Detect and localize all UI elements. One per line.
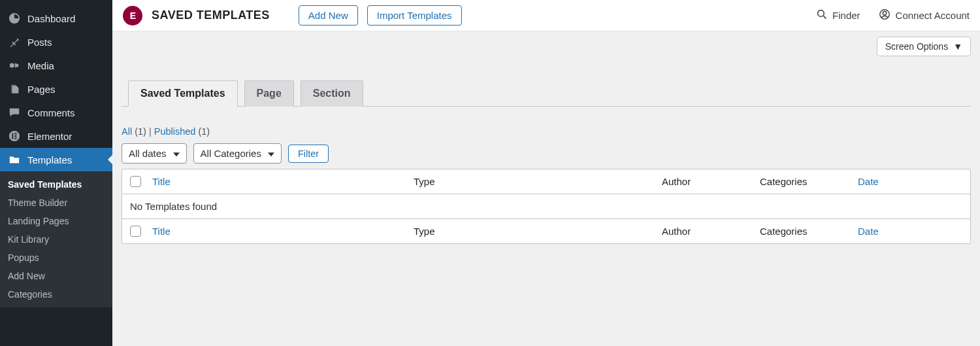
svg-point-0 <box>10 63 14 67</box>
sidebar-sub-popups[interactable]: Popups <box>0 249 112 267</box>
dates-select[interactable]: All dates <box>122 143 187 164</box>
svg-rect-2 <box>12 133 13 139</box>
tab-page[interactable]: Page <box>244 80 294 107</box>
connect-account-button[interactable]: Connect Account <box>879 9 970 22</box>
user-icon <box>879 9 890 22</box>
svg-line-7 <box>823 16 826 18</box>
col-type-header: Type <box>414 176 662 187</box>
sidebar-item-label: Pages <box>27 84 56 95</box>
sidebar-item-label: Templates <box>27 154 72 165</box>
tabs-wrap: Saved Templates Page Section <box>122 80 971 107</box>
table-footer-row: Title Type Author Categories Date <box>122 219 970 243</box>
tab-saved-templates[interactable]: Saved Templates <box>128 80 238 107</box>
dashboard-icon <box>8 12 21 24</box>
sidebar-item-label: Elementor <box>27 131 72 142</box>
sidebar-sub-landing-pages[interactable]: Landing Pages <box>0 212 112 230</box>
filter-all-link[interactable]: All <box>122 126 132 137</box>
sidebar-sub-saved-templates[interactable]: Saved Templates <box>0 175 112 194</box>
sidebar-item-comments[interactable]: Comments <box>0 101 112 124</box>
col-date-header[interactable]: Date <box>858 176 962 187</box>
sidebar-item-elementor[interactable]: Elementor <box>0 124 112 148</box>
svg-point-6 <box>818 10 825 17</box>
comment-icon <box>8 107 21 118</box>
status-filter-links: All (1) | Published (1) <box>122 126 971 137</box>
sidebar-sub-kit-library[interactable]: Kit Library <box>0 230 112 249</box>
filter-separator: | <box>149 126 154 137</box>
table-empty-message: No Templates found <box>130 201 217 212</box>
col-categories-header: Categories <box>760 176 858 187</box>
elementor-brand-icon: E <box>123 6 142 26</box>
tab-section[interactable]: Section <box>301 80 363 107</box>
finder-label: Finder <box>832 10 860 21</box>
top-bar-right: Finder Connect Account <box>817 9 970 22</box>
connect-account-label: Connect Account <box>896 10 970 21</box>
chevron-down-icon: ▼ <box>953 41 962 52</box>
add-new-button[interactable]: Add New <box>299 5 358 26</box>
svg-rect-3 <box>14 133 17 135</box>
col-date-footer[interactable]: Date <box>858 226 962 237</box>
filter-published-count: (1) <box>198 126 210 137</box>
filter-all-count: (1) <box>135 126 146 137</box>
col-author-footer: Author <box>662 226 760 237</box>
top-bar: E SAVED TEMPLATES Add New Import Templat… <box>112 0 980 31</box>
select-all-cell-top <box>130 176 152 187</box>
templates-table: Title Type Author Categories Date No Tem… <box>122 169 971 244</box>
elementor-icon <box>8 130 21 142</box>
svg-rect-5 <box>14 138 17 139</box>
filter-button[interactable]: Filter <box>288 145 329 163</box>
col-title-footer[interactable]: Title <box>152 226 414 237</box>
svg-point-9 <box>883 12 886 15</box>
pin-icon <box>8 36 21 48</box>
admin-sidebar: Dashboard Posts Media Pages Comments Ele… <box>0 0 112 346</box>
screen-options-button[interactable]: Screen Options ▼ <box>877 37 971 56</box>
col-type-footer: Type <box>414 226 662 237</box>
svg-rect-4 <box>14 135 17 137</box>
sidebar-item-label: Dashboard <box>27 13 75 24</box>
filter-row: All dates All Categories Filter <box>122 143 971 164</box>
sidebar-sub-theme-builder[interactable]: Theme Builder <box>0 194 112 212</box>
table-header-row: Title Type Author Categories Date <box>122 169 970 194</box>
screen-options-label: Screen Options <box>885 41 949 52</box>
col-title-header[interactable]: Title <box>152 176 414 187</box>
filter-published-link[interactable]: Published <box>154 126 196 137</box>
table-empty-row: No Templates found <box>122 194 970 219</box>
search-icon <box>817 9 827 22</box>
select-all-checkbox-bottom[interactable] <box>130 226 141 237</box>
sidebar-submenu-templates: Saved Templates Theme Builder Landing Pa… <box>0 171 112 307</box>
screen-options-row: Screen Options ▼ <box>112 31 980 56</box>
tabs: Saved Templates Page Section <box>122 80 971 107</box>
page-title: SAVED TEMPLATES <box>152 9 270 22</box>
sidebar-item-posts[interactable]: Posts <box>0 30 112 54</box>
col-author-header: Author <box>662 176 760 187</box>
folder-icon <box>8 154 21 165</box>
media-icon <box>8 60 21 71</box>
sidebar-item-label: Comments <box>27 107 75 118</box>
sidebar-item-templates[interactable]: Templates <box>0 148 112 171</box>
finder-button[interactable]: Finder <box>817 9 860 22</box>
select-all-checkbox-top[interactable] <box>130 176 141 187</box>
sidebar-item-pages[interactable]: Pages <box>0 77 112 101</box>
sidebar-item-label: Media <box>27 60 54 71</box>
import-templates-button[interactable]: Import Templates <box>367 5 462 26</box>
categories-select[interactable]: All Categories <box>193 143 282 164</box>
sidebar-sub-add-new[interactable]: Add New <box>0 267 112 285</box>
sidebar-item-label: Posts <box>27 37 52 48</box>
main-area: E SAVED TEMPLATES Add New Import Templat… <box>112 0 980 346</box>
select-all-cell-bottom <box>130 226 152 237</box>
col-categories-footer: Categories <box>760 226 858 237</box>
sidebar-item-dashboard[interactable]: Dashboard <box>0 7 112 30</box>
pages-icon <box>8 83 21 95</box>
sidebar-sub-categories[interactable]: Categories <box>0 285 112 303</box>
sidebar-item-media[interactable]: Media <box>0 54 112 77</box>
